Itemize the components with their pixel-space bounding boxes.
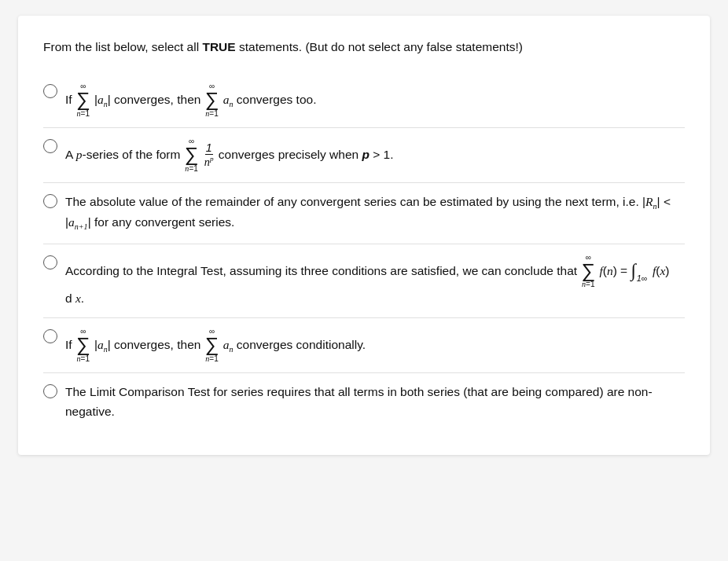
instructions-text: From the list below, select all TRUE sta… bbox=[43, 38, 685, 56]
checkbox-wrap-2 bbox=[43, 139, 57, 153]
separator-1 bbox=[43, 127, 685, 128]
true-bold: TRUE bbox=[202, 40, 235, 53]
checkbox-2[interactable] bbox=[43, 139, 57, 153]
list-item[interactable]: The absolute value of the remainder of a… bbox=[43, 185, 685, 241]
separator-3 bbox=[43, 244, 685, 244]
checkbox-5[interactable] bbox=[43, 329, 57, 343]
question-card: From the list below, select all TRUE sta… bbox=[18, 16, 710, 455]
list-item[interactable]: If ∞ ∑ n=1 an converges, then ∞ ∑ n=1 bbox=[43, 75, 685, 126]
list-item[interactable]: If ∞ ∑ n=1 an converges, then ∞ ∑ n=1 bbox=[43, 320, 685, 371]
option-text-1: If ∞ ∑ n=1 an converges, then ∞ ∑ n=1 bbox=[65, 82, 316, 118]
option-text-5: If ∞ ∑ n=1 an converges, then ∞ ∑ n=1 bbox=[65, 328, 366, 363]
checkbox-wrap-5 bbox=[43, 329, 57, 343]
checkbox-wrap-6 bbox=[43, 384, 57, 398]
checkbox-wrap-1 bbox=[43, 84, 57, 98]
option-text-6: The Limit Comparison Test for series req… bbox=[65, 383, 685, 422]
checkbox-wrap-3 bbox=[43, 194, 57, 208]
separator-2 bbox=[43, 182, 685, 183]
checkbox-4[interactable] bbox=[43, 255, 57, 270]
list-item[interactable]: The Limit Comparison Test for series req… bbox=[43, 375, 685, 430]
option-list: If ∞ ∑ n=1 an converges, then ∞ ∑ n=1 bbox=[43, 75, 685, 430]
list-item[interactable]: According to the Integral Test, assuming… bbox=[43, 246, 685, 317]
separator-4 bbox=[43, 317, 685, 318]
checkbox-1[interactable] bbox=[43, 84, 57, 98]
separator-5 bbox=[43, 372, 685, 373]
checkbox-3[interactable] bbox=[43, 194, 57, 208]
option-text-2: A p-series of the form ∞ ∑ n=1 1 np conv… bbox=[65, 138, 394, 173]
list-item[interactable]: A p-series of the form ∞ ∑ n=1 1 np conv… bbox=[43, 130, 685, 181]
option-text-3: The absolute value of the remainder of a… bbox=[65, 192, 685, 233]
checkbox-wrap-4 bbox=[43, 255, 57, 270]
option-text-4: According to the Integral Test, assuming… bbox=[65, 254, 685, 309]
checkbox-6[interactable] bbox=[43, 384, 57, 398]
